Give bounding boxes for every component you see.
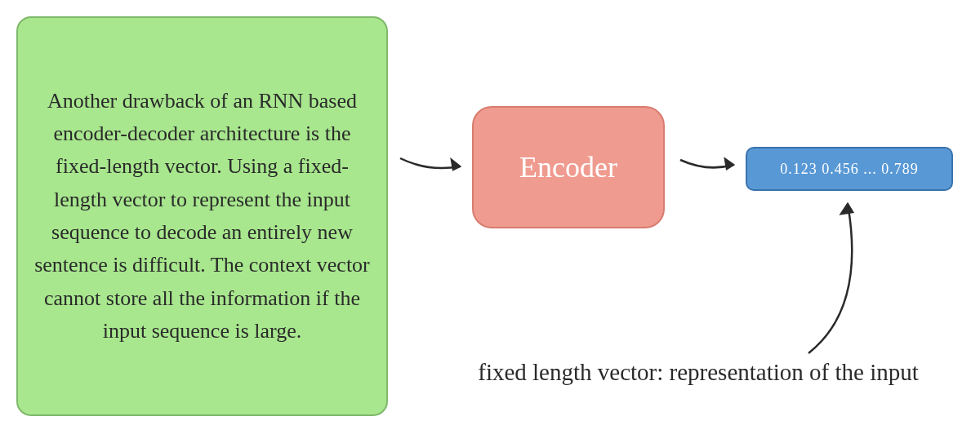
arrow-encoder-to-vector (676, 152, 743, 184)
input-text-content: Another drawback of an RNN based encoder… (33, 85, 372, 348)
vector-box: 0.123 0.456 ... 0.789 (746, 147, 953, 191)
encoder-label: Encoder (519, 150, 617, 184)
svg-marker-1 (725, 159, 733, 169)
arrow-input-to-encoder (396, 152, 470, 184)
svg-marker-2 (841, 204, 853, 214)
arrow-caption-to-vector (784, 194, 882, 357)
vector-content: 0.123 0.456 ... 0.789 (780, 161, 919, 178)
input-text-box: Another drawback of an RNN based encoder… (16, 16, 388, 416)
svg-marker-0 (452, 160, 460, 170)
caption-text-container: fixed length vector: representation of t… (416, 359, 980, 386)
caption-text: fixed length vector: representation of t… (478, 359, 919, 385)
encoder-block: Encoder (472, 106, 665, 228)
